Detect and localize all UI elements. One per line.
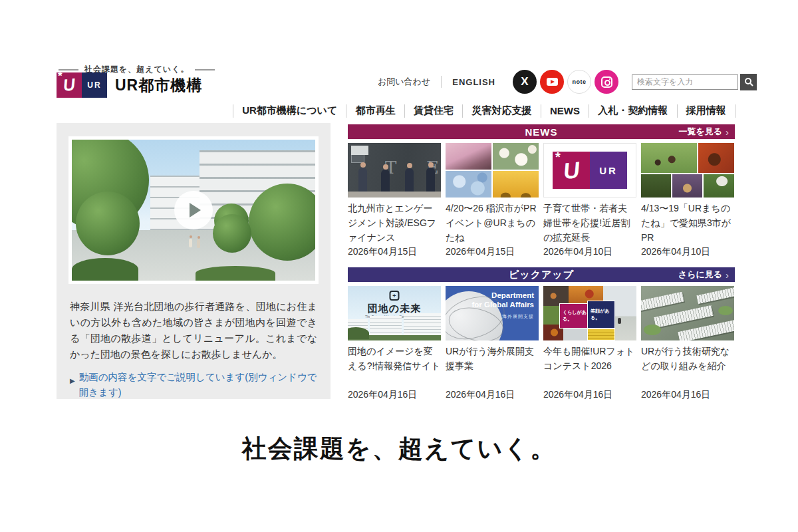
pickup-card-title: 団地のイメージを変える?!情報発信サイト xyxy=(348,344,441,388)
danchi-mirai-logo-icon: + xyxy=(390,291,400,301)
pickup-card-1[interactable]: + 団地の未来 The Future of Housing Complex Pr… xyxy=(348,286,441,401)
news-card-title: 4/13〜19「URまちのたね」で愛知県3市がPR xyxy=(641,201,734,245)
nav-item-news[interactable]: NEWS xyxy=(547,104,583,118)
news-card-title: 子育て世帯・若者夫婦世帯を応援!近居割の拡充延長 xyxy=(543,201,636,245)
play-button[interactable] xyxy=(174,191,213,229)
festival-photo xyxy=(641,143,697,173)
search-icon xyxy=(744,77,753,86)
contest-photo xyxy=(543,306,561,325)
feature-video-thumbnail[interactable] xyxy=(72,140,315,281)
news-section-bar: NEWS 一覧を見る › xyxy=(348,124,735,139)
video-art-bush xyxy=(72,258,138,281)
danchi-building xyxy=(404,313,441,336)
instagram-camera-glyph xyxy=(601,76,612,88)
chalkboard-floor xyxy=(348,192,441,198)
pickup-more-label: さらに見る xyxy=(678,269,722,281)
white-rose-photo xyxy=(493,143,539,170)
pickup-section-bar: ピックアップ さらに見る › xyxy=(348,267,735,282)
person-silhouette xyxy=(381,170,390,193)
global-affairs-line2: for Global Affairs xyxy=(472,301,535,309)
nav-item-about[interactable]: UR都市機構について xyxy=(239,103,340,118)
news-card-4[interactable]: 4/13〜19「URまちのたね」で愛知県3市がPR 2026年04月10日 xyxy=(641,143,734,258)
site-logo[interactable]: * U UR UR都市機構 xyxy=(57,72,202,98)
video-art-person xyxy=(189,239,192,247)
news-card-3[interactable]: * U UR 子育て世帯・若者夫婦世帯を応援!近居割の拡充延長 2026年04月… xyxy=(543,143,636,258)
news-thumb-4 xyxy=(641,143,734,198)
instagram-icon[interactable] xyxy=(595,70,618,94)
pickup-card-3[interactable]: くらしがある。 笑顔がある。 今年も開催!URフォトコンテスト2026 2026… xyxy=(543,286,636,401)
utility-divider xyxy=(441,76,442,88)
contact-link[interactable]: お問い合わせ xyxy=(378,76,430,88)
festival-photo xyxy=(698,143,734,173)
news-card-2[interactable]: 4/20〜26 稲沢市がPRイベント@URまちのたね 2026年04月15日 xyxy=(446,143,539,258)
contest-yellow-tile xyxy=(587,329,615,340)
person-silhouette xyxy=(426,168,435,193)
nav-separator xyxy=(735,104,735,118)
site-search xyxy=(632,74,757,90)
nav-separator xyxy=(589,104,589,118)
note-icon[interactable]: note xyxy=(567,70,591,94)
nav-item-bidding[interactable]: 入札・契約情報 xyxy=(595,103,670,118)
festival-photo xyxy=(672,174,702,198)
main-nav: UR都市機構について 都市再生 賃貸住宅 災害対応支援 NEWS 入札・契約情報… xyxy=(233,103,735,118)
nav-item-recruit[interactable]: 採用情報 xyxy=(684,103,729,118)
nav-separator xyxy=(404,104,405,118)
pickup-card-grid: + 団地の未来 The Future of Housing Complex Pr… xyxy=(348,286,735,401)
nav-item-rental-housing[interactable]: 賃貸住宅 xyxy=(411,103,456,118)
news-thumb-2 xyxy=(446,143,539,198)
feature-video-frame xyxy=(68,136,319,284)
overseas-support-text: 海外展開支援 xyxy=(502,313,534,320)
ur-logo-u-square: * U xyxy=(553,152,590,189)
pickup-card-2[interactable]: Department for Global Affairs 海外展開支援 URが… xyxy=(446,286,539,401)
research-building xyxy=(678,320,734,340)
youtube-icon[interactable] xyxy=(540,70,564,94)
hydrangea-photo xyxy=(446,171,491,198)
search-button[interactable] xyxy=(740,74,757,90)
youtube-play-glyph xyxy=(547,78,558,86)
cherry-blossom-photo xyxy=(446,143,491,170)
nav-item-urban-renewal[interactable]: 都市再生 xyxy=(353,103,398,118)
feature-description: 神奈川県 洋光台北団地の歩行者通路を、団地にお住まいの方以外も含めた地域の皆さま… xyxy=(70,299,317,362)
video-transcript-link-label: 動画の内容を文字でご説明しています(別ウィンドウで開きます) xyxy=(79,370,317,399)
ur-logo-star-icon: * xyxy=(555,152,561,162)
ur-logo-u-glyph: U xyxy=(62,74,76,95)
brand-tagline: 社会課題を、超えていく。 xyxy=(0,432,798,466)
link-arrow-icon: ▶ xyxy=(70,373,75,399)
danchi-building xyxy=(370,316,402,336)
pickup-card-4[interactable]: URが行う技術研究などの取り組みを紹介 2026年04月16日 xyxy=(641,286,734,401)
social-links: X note xyxy=(513,70,618,94)
x-twitter-icon[interactable]: X xyxy=(513,70,537,94)
news-card-date: 2026年04月15日 xyxy=(348,246,441,258)
nav-separator xyxy=(233,104,233,118)
ur-logo-u-glyph: U xyxy=(562,156,581,184)
nav-item-disaster-support[interactable]: 災害対応支援 xyxy=(469,103,535,118)
festival-photo xyxy=(641,174,671,198)
pickup-thumb-3: くらしがある。 笑顔がある。 xyxy=(543,286,636,340)
festival-photo xyxy=(704,174,734,198)
research-greenery xyxy=(644,325,661,335)
video-transcript-link[interactable]: ▶ 動画の内容を文字でご説明しています(別ウィンドウで開きます) xyxy=(70,370,317,399)
contest-magenta-tile: くらしがある。 xyxy=(559,303,589,329)
pickup-card-date: 2026年04月16日 xyxy=(543,389,636,401)
ginkgo-photo xyxy=(493,171,539,198)
pickup-more-link[interactable]: さらに見る › xyxy=(678,267,729,282)
news-more-link[interactable]: 一覧を見る › xyxy=(678,124,729,139)
news-card-grid: T E 北九州市とエンゲージメント対談/ESGファイナンス 2026年04月15… xyxy=(348,143,735,258)
pickup-card-title: URが行う海外展開支援事業 xyxy=(446,344,539,388)
english-link[interactable]: ENGLISH xyxy=(452,77,495,87)
news-more-label: 一覧を見る xyxy=(678,126,722,138)
news-card-title: 4/20〜26 稲沢市がPRイベント@URまちのたね xyxy=(446,201,539,245)
right-column: NEWS 一覧を見る › T E 北九州市とエンゲージメント対談/ESGファイナ… xyxy=(348,124,735,401)
research-greenery xyxy=(718,306,733,315)
person-silhouette xyxy=(405,168,414,193)
person-silhouette xyxy=(358,168,367,193)
news-card-1[interactable]: T E 北九州市とエンゲージメント対談/ESGファイナンス 2026年04月15… xyxy=(348,143,441,258)
news-card-date: 2026年04月10日 xyxy=(543,246,636,258)
video-art-person xyxy=(197,239,200,248)
contest-navy-tile: 笑顔がある。 xyxy=(587,301,615,329)
nav-separator xyxy=(541,104,541,118)
global-affairs-text: Department for Global Affairs xyxy=(472,291,535,309)
video-art-bush xyxy=(196,266,275,281)
search-input[interactable] xyxy=(632,74,738,90)
pickup-card-date: 2026年04月16日 xyxy=(446,389,539,401)
